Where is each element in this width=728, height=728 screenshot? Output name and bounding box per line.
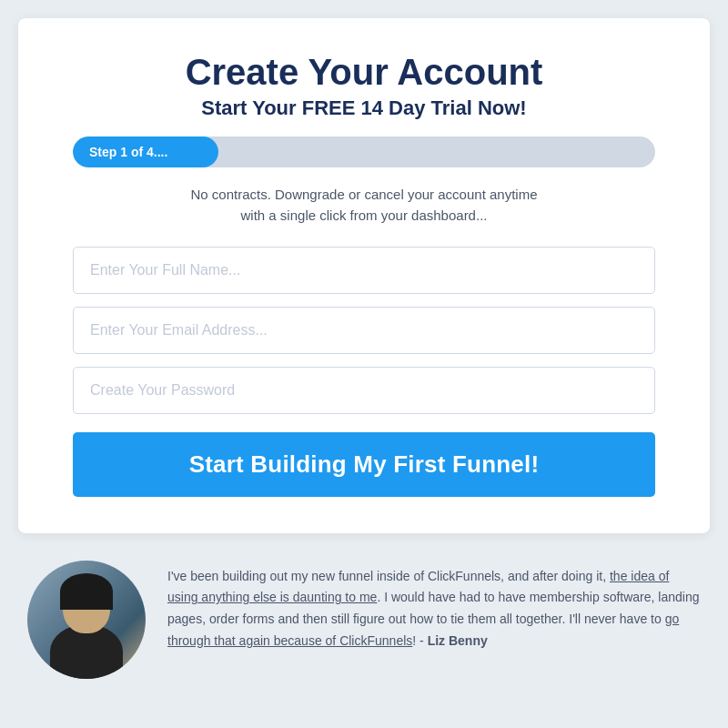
password-field-group bbox=[73, 367, 655, 414]
progress-bar-label: Step 1 of 4.... bbox=[89, 145, 167, 159]
name-input[interactable] bbox=[73, 247, 655, 294]
email-field-group bbox=[73, 307, 655, 354]
no-contracts-text: No contracts. Downgrade or cancel your a… bbox=[73, 184, 655, 227]
name-field-group bbox=[73, 247, 655, 294]
submit-button[interactable]: Start Building My First Funnel! bbox=[73, 432, 655, 497]
testimonial-author: Liz Benny bbox=[428, 633, 488, 648]
avatar-hair bbox=[60, 573, 113, 610]
testimonial-quote-start: I've been building out my new funnel ins… bbox=[167, 569, 610, 583]
page-subtitle: Start Your FREE 14 Day Trial Now! bbox=[73, 96, 655, 120]
page-wrapper: Create Your Account Start Your FREE 14 D… bbox=[18, 18, 710, 688]
avatar bbox=[27, 561, 146, 679]
progress-bar-wrapper: Step 1 of 4.... bbox=[73, 136, 655, 167]
page-title: Create Your Account bbox=[73, 51, 655, 93]
signup-card: Create Your Account Start Your FREE 14 D… bbox=[18, 18, 710, 533]
testimonial-text: I've been building out my new funnel ins… bbox=[167, 561, 701, 652]
testimonial-card: I've been building out my new funnel ins… bbox=[18, 551, 710, 688]
password-input[interactable] bbox=[73, 367, 655, 414]
progress-bar-fill: Step 1 of 4.... bbox=[73, 136, 218, 167]
email-input[interactable] bbox=[73, 307, 655, 354]
avatar-wrapper bbox=[27, 561, 146, 679]
testimonial-quote-end: ! - bbox=[412, 633, 427, 648]
